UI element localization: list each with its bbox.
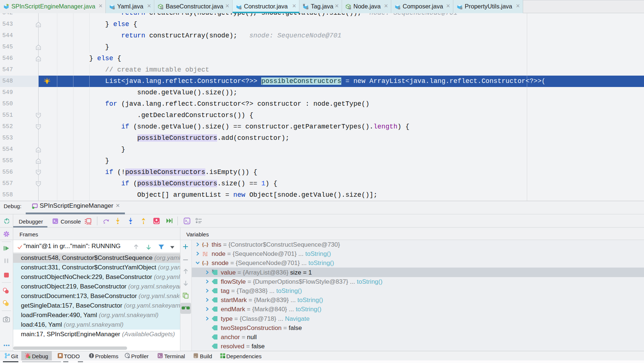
svg-text:{..}: {..} (202, 242, 208, 247)
svg-text:{..}: {..} (202, 260, 208, 265)
